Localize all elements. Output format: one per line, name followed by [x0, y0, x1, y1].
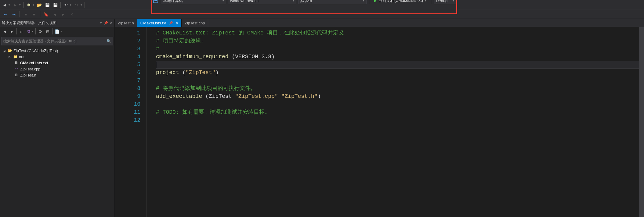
file-icon: 🗎 [14, 61, 19, 65]
code-content[interactable]: # CMakeList.txt: ZipTest 的 CMake 项目，在此处包… [147, 27, 644, 217]
uncomment-icon[interactable]: ≡ [31, 11, 38, 18]
show-all-files-icon[interactable]: 📄 [54, 28, 60, 35]
dropdown-arrow-icon: ▾ [293, 0, 294, 2]
tree-item-label: CMakeLists.txt [20, 61, 48, 65]
nav-back-dropdown-icon[interactable]: ▾ [9, 3, 10, 6]
editor-tab[interactable]: ZipTest.cpp [182, 19, 208, 27]
tab-label: CMakeLists.txt [140, 21, 166, 25]
tree-item-label: ZipTest.h [20, 73, 36, 77]
bookmark-prev-icon[interactable]: ◄ [51, 11, 58, 18]
bookmark-next-icon[interactable]: ► [60, 11, 67, 18]
file-icon: 🗎 [14, 73, 19, 77]
nav-forward-icon[interactable]: ► [12, 2, 19, 8]
tab-label: ZipTest.cpp [185, 21, 205, 25]
panel-toolbar: ◄ ► ⌂ ⧉ ▾ ⟳ ⊟ 📄 ▾ [0, 27, 114, 36]
code-editor[interactable]: 123456789101112 # CMakeList.txt: ZipTest… [115, 27, 644, 217]
tree-root-label: ZipTest (C:\Work\ZipTest) [13, 48, 58, 53]
save-all-icon[interactable]: 💾 [52, 2, 59, 8]
back-icon[interactable]: ◄ [1, 28, 8, 35]
build-config-value: 默认值 [300, 0, 312, 3]
run-current-document-button[interactable]: ▶ 当前文档(CMakeLists.txt) ▾ [372, 0, 429, 4]
toolbar-separator [52, 28, 52, 34]
editor-tabstrip: ZipTest.h CMakeLists.txt 📌 ✕ ZipTest.cpp [115, 19, 644, 27]
editor-tab-active[interactable]: CMakeLists.txt 📌 ✕ [137, 19, 182, 27]
play-icon: ▶ [374, 0, 377, 3]
collapse-all-icon[interactable]: ⊟ [44, 28, 51, 35]
pin-icon[interactable]: 📌 [169, 21, 173, 25]
run-label: 当前文档(CMakeLists.txt) [378, 0, 423, 3]
show-all-dropdown-icon[interactable]: ▾ [60, 30, 62, 33]
folder-open-icon: 📂 [7, 48, 12, 53]
tab-label: ZipTest.h [118, 21, 134, 25]
target-machine-icon[interactable] [152, 0, 159, 4]
tree-item-file[interactable]: 🗎 ZipTest.h [0, 72, 114, 78]
dropdown-arrow-icon: ▾ [363, 0, 364, 2]
pin-icon[interactable]: 📌 [104, 21, 108, 25]
editor-area: ZipTest.h CMakeLists.txt 📌 ✕ ZipTest.cpp… [115, 19, 644, 217]
undo-dropdown-icon[interactable]: ▾ [70, 3, 71, 6]
configuration-value: windows-default [230, 0, 259, 3]
solution-tree: ◢ 📂 ZipTest (C:\Work\ZipTest) ▷ 📁 out 🗎 … [0, 46, 114, 217]
nav-forward-dropdown-icon[interactable]: ▾ [19, 3, 21, 6]
bookmark-clear-icon[interactable]: ✕ [68, 11, 75, 18]
cmake-toolbar-highlight: 本地计算机 ▾ windows-default ▾ 默认值 ▾ ▶ 当前文档(C… [151, 0, 457, 14]
toolbar-separator [60, 2, 61, 8]
redo-dropdown-icon[interactable]: ▾ [81, 3, 82, 6]
toolbar-separator [85, 2, 85, 8]
redo-icon[interactable]: ↷ [73, 2, 80, 8]
search-icon: 🔍 [107, 39, 111, 43]
toolbar-separator [16, 28, 17, 34]
toolbar-separator [20, 11, 20, 17]
toolbar-separator [369, 0, 369, 4]
nav-back-icon[interactable]: ◄ [1, 2, 8, 8]
build-config-combo[interactable]: 默认值 ▾ [298, 0, 367, 4]
cpp-file-icon: ⁺⁺ [14, 67, 19, 71]
panel-search-placeholder: 搜索解决方案资源管理器 - 文件夹视图(Ctrl+;) [3, 39, 77, 44]
toolbar-separator [35, 28, 36, 34]
close-icon[interactable]: ✕ [110, 21, 113, 25]
indent-right-icon[interactable]: ⇥ [10, 11, 17, 18]
dropdown-arrow-icon: ▾ [453, 0, 454, 2]
tree-root[interactable]: ◢ 📂 ZipTest (C:\Work\ZipTest) [0, 48, 114, 54]
target-machine-combo[interactable]: 本地计算机 ▾ [161, 0, 226, 4]
toolbar-separator [40, 11, 40, 17]
home-icon[interactable]: ⌂ [18, 28, 25, 35]
tree-item-file[interactable]: 🗎 CMakeLists.txt [0, 60, 114, 66]
save-icon[interactable]: 💾 [44, 2, 51, 8]
panel-dropdown-icon[interactable]: ▾ [100, 21, 102, 25]
forward-icon[interactable]: ► [9, 28, 15, 35]
configuration-combo[interactable]: windows-default ▾ [228, 0, 296, 4]
comment-icon[interactable]: ≡ [22, 11, 29, 18]
target-machine-value: 本地计算机 [163, 0, 183, 3]
solution-explorer-panel: 解决方案资源管理器 - 文件夹视图 ▾ 📌 ✕ ◄ ► ⌂ ⧉ ▾ ⟳ ⊟ 📄 … [0, 19, 115, 217]
dropdown-arrow-icon: ▾ [223, 0, 224, 2]
toolbar-separator [431, 0, 431, 4]
expander-closed-icon[interactable]: ▷ [8, 55, 12, 59]
main-toolbar: ◄ ▾ ► ▾ ✱ ▾ 📂 💾 💾 ↶ ▾ ↷ ▾ 本地计算机 ▾ window… [0, 0, 644, 10]
expander-open-icon[interactable]: ◢ [2, 49, 6, 52]
tree-item-file[interactable]: ⁺⁺ ZipTest.cpp [0, 66, 114, 72]
solution-config-value: Debug [436, 0, 447, 3]
bookmark-icon[interactable]: 🔖 [43, 11, 49, 18]
main-area: 解决方案资源管理器 - 文件夹视图 ▾ 📌 ✕ ◄ ► ⌂ ⧉ ▾ ⟳ ⊟ 📄 … [0, 19, 644, 217]
tree-item-label: ZipTest.cpp [20, 67, 40, 71]
tree-item-folder[interactable]: ▷ 📁 out [0, 54, 114, 60]
open-icon[interactable]: 📂 [36, 2, 43, 8]
panel-search[interactable]: 搜索解决方案资源管理器 - 文件夹视图(Ctrl+;) 🔍 [1, 37, 113, 45]
dropdown-arrow-icon: ▾ [425, 0, 426, 2]
new-file-icon[interactable]: ✱ [25, 2, 32, 8]
svg-rect-1 [154, 0, 157, 1]
switch-view-dropdown-icon[interactable]: ▾ [32, 30, 34, 33]
editor-scrollbar[interactable] [639, 27, 644, 217]
indent-left-icon[interactable]: ⇤ [2, 11, 9, 18]
switch-view-icon[interactable]: ⧉ [25, 28, 32, 35]
undo-icon[interactable]: ↶ [63, 2, 69, 8]
line-number-gutter: 123456789101112 [115, 27, 147, 217]
toolbar-separator [23, 2, 24, 8]
close-icon[interactable]: ✕ [175, 21, 178, 25]
solution-config-combo[interactable]: Debug ▾ [434, 0, 456, 4]
panel-title: 解决方案资源管理器 - 文件夹视图 [2, 20, 56, 26]
refresh-icon[interactable]: ⟳ [37, 28, 44, 35]
editor-tab[interactable]: ZipTest.h [115, 19, 137, 27]
new-file-dropdown-icon[interactable]: ▾ [33, 3, 34, 6]
